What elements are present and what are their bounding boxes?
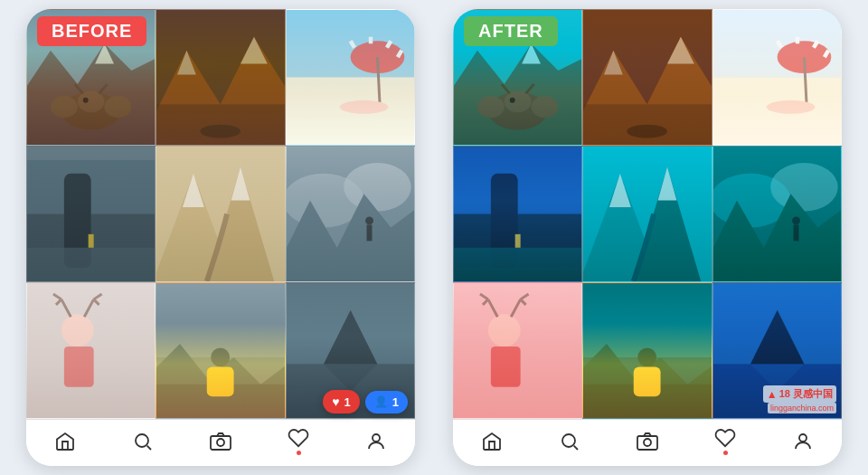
svg-marker-71 xyxy=(522,43,541,63)
after-phone-wrapper: AFTER xyxy=(441,9,854,466)
svg-line-50 xyxy=(84,299,93,317)
svg-rect-96 xyxy=(454,147,581,214)
svg-line-77 xyxy=(502,84,510,93)
svg-rect-80 xyxy=(583,10,711,145)
svg-point-125 xyxy=(638,348,657,367)
before-cell-2 xyxy=(156,9,285,146)
svg-point-45 xyxy=(61,314,94,347)
before-phone-wrapper: BEFORE xyxy=(14,9,427,466)
svg-rect-41 xyxy=(366,224,372,241)
nav-home[interactable] xyxy=(54,431,76,452)
svg-marker-108 xyxy=(713,194,841,281)
svg-point-19 xyxy=(350,41,404,73)
svg-point-106 xyxy=(713,174,791,228)
svg-rect-105 xyxy=(713,147,841,281)
before-cell-8 xyxy=(156,282,285,419)
svg-rect-98 xyxy=(454,248,581,281)
after-phone: AFTER xyxy=(453,9,842,466)
svg-point-94 xyxy=(766,100,815,114)
svg-point-85 xyxy=(627,125,668,138)
svg-marker-103 xyxy=(609,174,631,207)
svg-line-89 xyxy=(824,51,827,57)
main-container: BEFORE xyxy=(0,0,868,475)
svg-rect-100 xyxy=(583,147,711,281)
svg-marker-104 xyxy=(658,166,677,200)
svg-rect-97 xyxy=(491,174,518,268)
svg-point-113 xyxy=(488,314,521,347)
svg-rect-32 xyxy=(156,147,284,281)
after-heart-dot xyxy=(723,451,728,455)
before-cell-4 xyxy=(26,146,156,282)
after-nav-profile[interactable] xyxy=(792,431,814,452)
svg-marker-35 xyxy=(183,174,204,207)
svg-rect-15 xyxy=(156,104,284,145)
nav-camera[interactable] xyxy=(210,431,231,452)
before-badge: BEFORE xyxy=(37,16,146,46)
svg-marker-55 xyxy=(156,344,284,418)
svg-line-23 xyxy=(350,41,354,47)
svg-point-132 xyxy=(562,434,575,447)
nav-profile[interactable] xyxy=(365,431,387,452)
svg-rect-56 xyxy=(156,385,284,418)
svg-line-93 xyxy=(804,57,807,111)
heart-count: 1 xyxy=(344,395,351,409)
after-cell-3 xyxy=(712,9,842,146)
svg-line-120 xyxy=(521,299,526,305)
after-nav-home[interactable] xyxy=(481,431,503,452)
svg-rect-11 xyxy=(156,10,284,145)
before-cell-5 xyxy=(156,146,285,282)
svg-marker-1 xyxy=(27,43,155,145)
svg-point-42 xyxy=(365,216,373,224)
svg-point-74 xyxy=(505,90,532,112)
after-nav-search[interactable] xyxy=(559,431,580,452)
svg-marker-34 xyxy=(207,166,275,281)
watermark-url: lingganchina.com xyxy=(768,403,836,413)
svg-rect-73 xyxy=(507,101,529,126)
before-cell-3 xyxy=(286,9,415,146)
watermark-main: ▲ 18 灵感中国 xyxy=(763,385,836,403)
svg-line-49 xyxy=(56,299,61,305)
after-cell-4 xyxy=(453,146,582,282)
svg-rect-26 xyxy=(27,147,155,281)
svg-rect-99 xyxy=(515,234,521,248)
svg-rect-28 xyxy=(64,174,91,268)
before-bottom-nav xyxy=(26,419,415,466)
svg-point-136 xyxy=(799,434,807,442)
nav-search[interactable] xyxy=(132,431,154,452)
svg-marker-63 xyxy=(324,364,378,391)
svg-line-52 xyxy=(94,299,99,305)
after-nav-camera[interactable] xyxy=(637,431,658,452)
svg-point-75 xyxy=(477,96,505,118)
after-cell-2 xyxy=(582,9,712,146)
svg-rect-4 xyxy=(80,101,102,126)
svg-line-8 xyxy=(75,84,83,93)
after-nav-heart[interactable] xyxy=(714,427,736,455)
svg-point-79 xyxy=(510,98,515,103)
svg-rect-112 xyxy=(454,283,581,418)
before-cell-6 xyxy=(286,146,415,282)
heart-notification: ♥ 1 xyxy=(323,390,360,413)
svg-marker-2 xyxy=(95,43,114,63)
before-grid xyxy=(26,9,415,419)
svg-line-133 xyxy=(574,445,578,449)
svg-line-24 xyxy=(377,57,380,111)
svg-point-6 xyxy=(51,96,78,118)
svg-rect-31 xyxy=(89,234,94,248)
svg-marker-102 xyxy=(634,166,702,281)
nav-heart[interactable] xyxy=(288,427,309,455)
svg-rect-95 xyxy=(454,147,581,281)
svg-line-20 xyxy=(397,51,401,57)
heart-dot xyxy=(297,451,301,455)
svg-marker-36 xyxy=(231,166,250,200)
after-cell-8 xyxy=(582,282,712,419)
svg-point-135 xyxy=(644,439,651,446)
after-badge: AFTER xyxy=(464,16,558,46)
svg-point-57 xyxy=(212,348,231,367)
svg-marker-82 xyxy=(667,37,694,64)
svg-rect-37 xyxy=(287,147,414,281)
svg-point-110 xyxy=(792,216,800,224)
after-cell-5 xyxy=(582,146,712,282)
svg-rect-17 xyxy=(287,10,414,78)
svg-rect-58 xyxy=(207,366,234,396)
follow-notification: 👤 1 xyxy=(365,391,408,413)
